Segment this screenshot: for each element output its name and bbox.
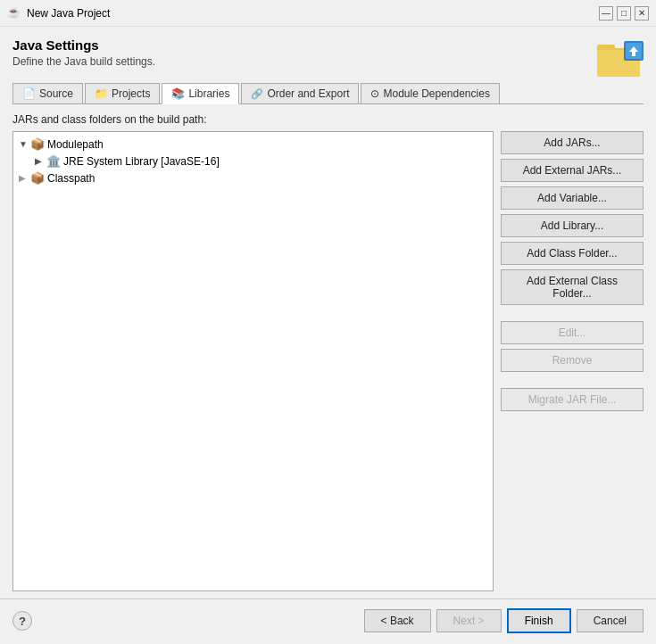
tree-description: JARs and class folders on the build path… bbox=[12, 113, 644, 126]
order-export-tab-icon: 🔗 bbox=[251, 88, 263, 100]
edit-button[interactable]: Edit... bbox=[501, 321, 644, 344]
remove-button[interactable]: Remove bbox=[501, 349, 644, 372]
classpath-label: Classpath bbox=[47, 172, 95, 185]
jre-label: JRE System Library [JavaSE-16] bbox=[63, 155, 220, 168]
tab-projects[interactable]: 📁 Projects bbox=[85, 83, 160, 103]
button-spacer-2 bbox=[501, 376, 644, 384]
dialog-content: Java Settings Define the Java build sett… bbox=[0, 27, 656, 599]
module-dep-tab-icon: ⊙ bbox=[370, 87, 379, 100]
header-area: Java Settings Define the Java build sett… bbox=[12, 37, 644, 83]
migrate-jar-file-button[interactable]: Migrate JAR File... bbox=[501, 388, 644, 411]
next-button[interactable]: Next > bbox=[436, 609, 502, 632]
main-area: ▼ 📦 Modulepath ▶ 🏛️ JRE System Library [… bbox=[12, 131, 644, 591]
bottom-bar: ? < Back Next > Finish Cancel bbox=[0, 599, 656, 644]
folder-icon bbox=[597, 37, 644, 83]
svg-rect-6 bbox=[632, 52, 635, 56]
app-icon: ☕ bbox=[7, 6, 21, 21]
bottom-right: < Back Next > Finish Cancel bbox=[364, 608, 644, 633]
module-dep-tab-label: Module Dependencies bbox=[383, 87, 489, 100]
tabs-row: 📄 Source 📁 Projects 📚 Libraries 🔗 Order … bbox=[12, 83, 644, 104]
tab-source[interactable]: 📄 Source bbox=[12, 83, 83, 103]
source-tab-icon: 📄 bbox=[22, 87, 36, 100]
tree-item-classpath[interactable]: ▶ 📦 Classpath bbox=[17, 169, 489, 186]
classpath-icon: 📦 bbox=[30, 171, 45, 185]
dialog-title: Java Settings bbox=[12, 37, 155, 53]
help-button[interactable]: ? bbox=[12, 611, 32, 631]
minimize-button[interactable]: — bbox=[599, 6, 613, 21]
modulepath-label: Modulepath bbox=[47, 138, 104, 151]
projects-tab-label: Projects bbox=[112, 87, 150, 100]
jre-icon: 🏛️ bbox=[46, 154, 61, 168]
tab-libraries[interactable]: 📚 Libraries bbox=[162, 83, 239, 104]
title-bar-controls: — □ ✕ bbox=[599, 6, 649, 21]
title-bar-left: ☕ New Java Project bbox=[7, 6, 110, 21]
chevron-modulepath: ▼ bbox=[19, 139, 28, 149]
folder-svg bbox=[597, 37, 644, 80]
tree-panel[interactable]: ▼ 📦 Modulepath ▶ 🏛️ JRE System Library [… bbox=[12, 131, 494, 591]
chevron-classpath: ▶ bbox=[19, 173, 28, 183]
add-jars-button[interactable]: Add JARs... bbox=[501, 131, 644, 154]
finish-button[interactable]: Finish bbox=[507, 608, 571, 633]
add-library-button[interactable]: Add Library... bbox=[501, 214, 644, 237]
libraries-tab-icon: 📚 bbox=[171, 87, 185, 100]
bottom-left: ? bbox=[12, 611, 32, 631]
libraries-tab-label: Libraries bbox=[188, 87, 229, 100]
window-title: New Java Project bbox=[27, 7, 110, 20]
modulepath-icon: 📦 bbox=[30, 137, 45, 151]
back-button[interactable]: < Back bbox=[364, 609, 431, 632]
close-button[interactable]: ✕ bbox=[635, 6, 649, 21]
dialog-subtitle: Define the Java build settings. bbox=[12, 55, 155, 68]
chevron-jre: ▶ bbox=[35, 156, 44, 166]
buttons-panel: Add JARs... Add External JARs... Add Var… bbox=[501, 131, 644, 591]
add-variable-button[interactable]: Add Variable... bbox=[501, 186, 644, 210]
tab-order-export[interactable]: 🔗 Order and Export bbox=[241, 83, 359, 103]
tab-module-dependencies[interactable]: ⊙ Module Dependencies bbox=[361, 83, 499, 103]
maximize-button[interactable]: □ bbox=[617, 6, 631, 21]
add-external-jars-button[interactable]: Add External JARs... bbox=[501, 159, 644, 182]
dialog-header: Java Settings Define the Java build sett… bbox=[12, 37, 155, 68]
button-spacer bbox=[501, 310, 644, 317]
order-export-tab-label: Order and Export bbox=[267, 87, 349, 100]
title-bar: ☕ New Java Project — □ ✕ bbox=[0, 0, 656, 27]
projects-tab-icon: 📁 bbox=[95, 87, 108, 100]
cancel-button[interactable]: Cancel bbox=[577, 609, 644, 632]
tree-item-jre[interactable]: ▶ 🏛️ JRE System Library [JavaSE-16] bbox=[33, 153, 489, 169]
add-external-class-folder-button[interactable]: Add External Class Folder... bbox=[501, 269, 644, 305]
add-class-folder-button[interactable]: Add Class Folder... bbox=[501, 242, 644, 265]
modulepath-children: ▶ 🏛️ JRE System Library [JavaSE-16] bbox=[17, 153, 489, 169]
tree-item-modulepath[interactable]: ▼ 📦 Modulepath bbox=[17, 136, 489, 153]
source-tab-label: Source bbox=[39, 87, 73, 100]
